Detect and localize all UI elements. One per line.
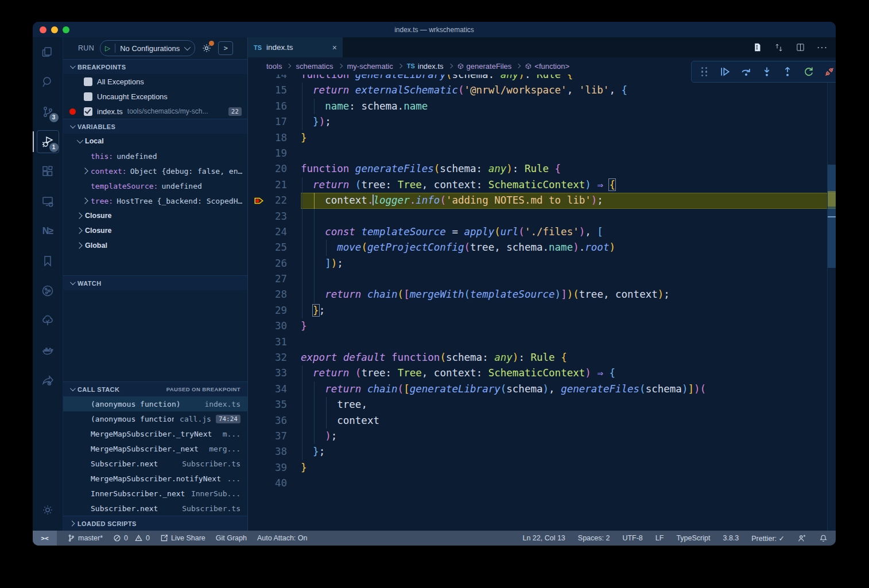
toolbar-drag-handle[interactable] bbox=[697, 64, 712, 79]
live-share-status[interactable]: Live Share bbox=[160, 534, 205, 542]
variable-row[interactable]: this:undefined bbox=[63, 149, 247, 163]
disconnect-icon[interactable] bbox=[822, 64, 836, 79]
editor-gutter[interactable]: 35 bbox=[248, 397, 301, 412]
editor-gutter[interactable]: 20 bbox=[248, 161, 301, 177]
code-line-text[interactable]: context.logger.info('adding NOTES.md to … bbox=[301, 193, 836, 208]
variable-row[interactable]: Global bbox=[63, 238, 247, 253]
code-line-text[interactable]: return (tree: Tree, context: SchematicCo… bbox=[301, 177, 836, 193]
editor-gutter[interactable]: 32 bbox=[248, 350, 301, 365]
call-stack-frame[interactable]: MergeMapSubscriber.notifyNext... bbox=[63, 471, 247, 486]
compare-changes-icon[interactable] bbox=[774, 42, 784, 53]
code-line[interactable]: 20function generateFiles(schema: any): R… bbox=[248, 161, 836, 177]
remote-indicator[interactable]: >< bbox=[33, 531, 57, 546]
call-stack-frame[interactable]: InnerSubscriber._nextInnerSub... bbox=[63, 486, 247, 501]
code-line[interactable]: 34 return chain([generateLibrary(schema)… bbox=[248, 381, 836, 397]
more-actions-icon[interactable]: ··· bbox=[817, 42, 828, 53]
close-tab-icon[interactable]: × bbox=[332, 43, 337, 52]
variable-row[interactable]: Closure bbox=[63, 208, 247, 223]
git-graph-status[interactable]: Git Graph bbox=[216, 534, 247, 542]
nx-console-icon[interactable]: N≥ bbox=[33, 216, 63, 246]
code-line[interactable]: 28 return chain([mergeWith(templateSourc… bbox=[248, 287, 836, 302]
status-item[interactable]: Prettier: ✓ bbox=[751, 534, 785, 543]
code-line[interactable]: 30} bbox=[248, 318, 836, 334]
code-line[interactable]: 36 context bbox=[248, 413, 836, 429]
launch-config-dropdown[interactable]: ▷ No Configurations bbox=[100, 40, 195, 56]
minimize-window-button[interactable] bbox=[51, 26, 58, 33]
loaded-scripts-header[interactable]: LOADED SCRIPTS bbox=[63, 516, 247, 531]
code-line[interactable]: 38 }; bbox=[248, 444, 836, 460]
breakpoints-header[interactable]: BREAKPOINTS bbox=[63, 59, 247, 74]
editor-gutter[interactable]: 33 bbox=[248, 365, 301, 381]
editor-gutter[interactable]: 36 bbox=[248, 413, 301, 429]
breakpoint-checkbox[interactable] bbox=[84, 107, 92, 116]
code-line-text[interactable] bbox=[301, 209, 836, 224]
editor-gutter[interactable]: 38 bbox=[248, 444, 301, 460]
editor-gutter[interactable]: 40 bbox=[248, 476, 301, 491]
code-line-text[interactable]: } bbox=[301, 318, 836, 334]
step-out-icon[interactable] bbox=[780, 64, 795, 79]
editor-gutter[interactable]: 29 bbox=[248, 303, 301, 318]
editor-gutter[interactable]: 23 bbox=[248, 209, 301, 224]
split-editor-icon[interactable] bbox=[796, 42, 805, 52]
code-line-text[interactable]: export default function(schema: any): Ru… bbox=[301, 350, 836, 365]
code-line-text[interactable] bbox=[301, 334, 836, 350]
code-line[interactable]: 22 context.logger.info('adding NOTES.md … bbox=[248, 193, 836, 208]
editor-gutter[interactable]: 22 bbox=[248, 193, 301, 208]
editor-gutter[interactable]: 19 bbox=[248, 146, 301, 161]
run-and-debug-icon[interactable]: 1 bbox=[33, 127, 63, 157]
code-line-text[interactable] bbox=[301, 476, 836, 491]
breadcrumb-item[interactable]: tools bbox=[266, 62, 282, 71]
editor-gutter[interactable]: 25 bbox=[248, 240, 301, 255]
status-item[interactable]: Ln 22, Col 13 bbox=[522, 534, 565, 542]
remote-explorer-icon[interactable] bbox=[33, 186, 63, 216]
open-changes-icon[interactable] bbox=[752, 42, 762, 52]
call-stack-frame[interactable]: (anonymous function)index.ts bbox=[63, 396, 247, 411]
breadcrumb-item[interactable]: generateFiles bbox=[457, 62, 512, 71]
call-stack-frame[interactable]: (anonymous function)call.js74:24 bbox=[63, 411, 247, 426]
problems-status[interactable]: 0 0 bbox=[113, 534, 150, 542]
code-line[interactable]: 23 bbox=[248, 209, 836, 224]
variable-row[interactable]: context:Object {debug: false, en… bbox=[63, 163, 247, 178]
editor-gutter[interactable]: 34 bbox=[248, 381, 301, 397]
breakpoint-checkbox[interactable] bbox=[84, 92, 92, 101]
variable-row[interactable]: templateSource:undefined bbox=[63, 178, 247, 193]
code-line[interactable]: 29 }; bbox=[248, 303, 836, 318]
status-item[interactable]: UTF-8 bbox=[622, 534, 642, 542]
git-branch-status[interactable]: master* bbox=[67, 534, 103, 542]
code-line[interactable]: 25 move(getProjectConfig(tree, schema.na… bbox=[248, 240, 836, 255]
editor-gutter[interactable]: 26 bbox=[248, 256, 301, 271]
notifications-bell-icon[interactable] bbox=[819, 534, 828, 543]
code-line-text[interactable]: function generateFiles(schema: any): Rul… bbox=[301, 161, 836, 177]
code-line[interactable]: 21 return (tree: Tree, context: Schemati… bbox=[248, 177, 836, 193]
code-line[interactable]: 26 ]); bbox=[248, 256, 836, 271]
code-area[interactable]: 14function generateLibrary(schema: any):… bbox=[248, 75, 836, 531]
configure-gear-icon[interactable] bbox=[201, 42, 212, 54]
call-stack-frame[interactable]: Subscriber.nextSubscriber.ts bbox=[63, 501, 247, 516]
step-into-icon[interactable] bbox=[759, 64, 774, 79]
code-line[interactable]: 39} bbox=[248, 460, 836, 476]
editor-gutter[interactable]: 30 bbox=[248, 318, 301, 334]
code-line-text[interactable]: context bbox=[301, 413, 836, 429]
code-line[interactable]: 24 const templateSource = apply(url('./f… bbox=[248, 224, 836, 240]
code-line[interactable]: 35 tree, bbox=[248, 397, 836, 412]
call-stack-frame[interactable]: Subscriber.nextSubscriber.ts bbox=[63, 456, 247, 471]
code-line[interactable]: 33 return (tree: Tree, context: Schemati… bbox=[248, 365, 836, 381]
start-debug-icon[interactable]: ▷ bbox=[105, 44, 110, 52]
call-stack-frame[interactable]: MergeMapSubscriber._nextmerg... bbox=[63, 441, 247, 456]
code-line[interactable]: 32export default function(schema: any): … bbox=[248, 350, 836, 365]
code-line-text[interactable] bbox=[301, 271, 836, 287]
code-line-text[interactable]: }; bbox=[301, 444, 836, 460]
code-line-text[interactable] bbox=[301, 146, 836, 161]
close-window-button[interactable] bbox=[40, 26, 46, 33]
variable-row[interactable]: tree:HostTree {_backend: ScopedH… bbox=[63, 193, 247, 208]
code-line-text[interactable]: return (tree: Tree, context: SchematicCo… bbox=[301, 365, 836, 381]
status-item[interactable]: Spaces: 2 bbox=[578, 534, 610, 542]
code-line-text[interactable]: ]); bbox=[301, 256, 836, 271]
source-control-icon[interactable]: 3 bbox=[33, 97, 63, 127]
editor-gutter[interactable]: 21 bbox=[248, 177, 301, 193]
breakpoint-checkbox[interactable] bbox=[84, 77, 92, 86]
editor-gutter[interactable]: 24 bbox=[248, 224, 301, 240]
git-graph-icon[interactable] bbox=[33, 276, 63, 306]
debug-console-icon[interactable]: > bbox=[218, 41, 233, 55]
code-line[interactable]: 37 ); bbox=[248, 429, 836, 444]
